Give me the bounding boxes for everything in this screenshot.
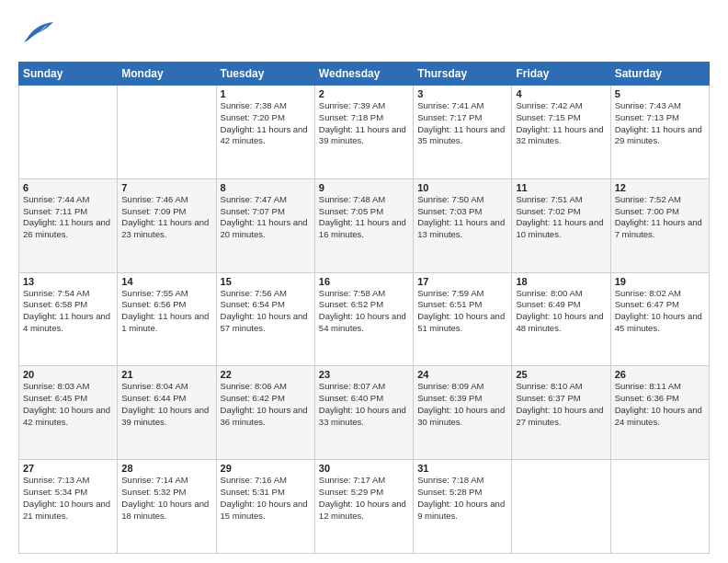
cell-content: Sunrise: 8:09 AMSunset: 6:39 PMDaylight:… (417, 381, 507, 428)
daylight-text: Daylight: 11 hours and 16 minutes. (319, 217, 406, 239)
calendar-cell: 24Sunrise: 8:09 AMSunset: 6:39 PMDayligh… (414, 366, 512, 460)
sunset-text: Sunset: 7:17 PM (417, 112, 482, 122)
sunrise-text: Sunrise: 8:07 AM (319, 381, 385, 391)
day-number: 8 (221, 182, 311, 193)
cell-content: Sunrise: 7:18 AMSunset: 5:28 PMDaylight:… (417, 475, 507, 522)
day-number: 29 (221, 463, 311, 474)
sunrise-text: Sunrise: 8:00 AM (516, 288, 582, 298)
day-number: 2 (319, 88, 409, 99)
calendar-cell: 11Sunrise: 7:51 AMSunset: 7:02 PMDayligh… (512, 178, 610, 272)
sunset-text: Sunset: 7:18 PM (319, 112, 383, 122)
daylight-text: Daylight: 10 hours and 48 minutes. (516, 311, 603, 333)
sunset-text: Sunset: 7:20 PM (221, 112, 285, 122)
sunset-text: Sunset: 7:09 PM (121, 206, 186, 216)
daylight-text: Daylight: 10 hours and 12 minutes. (319, 499, 406, 521)
daylight-text: Daylight: 11 hours and 13 minutes. (417, 217, 505, 239)
sunset-text: Sunset: 6:51 PM (417, 299, 482, 309)
daylight-text: Daylight: 10 hours and 27 minutes. (516, 405, 603, 427)
sunrise-text: Sunrise: 7:54 AM (23, 288, 89, 298)
sunrise-text: Sunrise: 7:59 AM (417, 288, 483, 298)
calendar-week-1: 1Sunrise: 7:38 AMSunset: 7:20 PMDaylight… (19, 86, 710, 179)
daylight-text: Daylight: 10 hours and 33 minutes. (319, 405, 406, 427)
day-number: 15 (221, 276, 311, 287)
daylight-text: Daylight: 10 hours and 9 minutes. (417, 499, 505, 521)
sunrise-text: Sunrise: 7:52 AM (615, 194, 681, 204)
calendar-cell: 16Sunrise: 7:58 AMSunset: 6:52 PMDayligh… (314, 272, 413, 366)
day-number: 14 (121, 276, 211, 287)
daylight-text: Daylight: 10 hours and 39 minutes. (121, 405, 209, 427)
sunrise-text: Sunrise: 7:39 AM (319, 100, 385, 110)
sunrise-text: Sunrise: 8:11 AM (615, 381, 681, 391)
daylight-text: Daylight: 10 hours and 42 minutes. (23, 405, 110, 427)
sunset-text: Sunset: 6:44 PM (121, 393, 186, 403)
day-header-monday: Monday (118, 63, 216, 86)
cell-content: Sunrise: 8:04 AMSunset: 6:44 PMDaylight:… (121, 381, 211, 428)
calendar-cell (19, 86, 118, 179)
cell-content: Sunrise: 8:02 AMSunset: 6:47 PMDaylight:… (615, 288, 705, 335)
cell-content: Sunrise: 7:43 AMSunset: 7:13 PMDaylight:… (615, 100, 705, 147)
day-header-wednesday: Wednesday (314, 63, 413, 86)
calendar-week-4: 20Sunrise: 8:03 AMSunset: 6:45 PMDayligh… (19, 366, 710, 460)
sunset-text: Sunset: 6:42 PM (221, 393, 285, 403)
day-number: 26 (615, 369, 705, 380)
day-number: 23 (319, 369, 409, 380)
day-number: 17 (417, 276, 507, 287)
calendar-week-3: 13Sunrise: 7:54 AMSunset: 6:58 PMDayligh… (19, 272, 710, 366)
day-header-friday: Friday (512, 63, 610, 86)
sunset-text: Sunset: 6:36 PM (615, 393, 679, 403)
sunset-text: Sunset: 6:58 PM (23, 299, 87, 309)
sunrise-text: Sunrise: 8:03 AM (23, 381, 89, 391)
logo (18, 15, 59, 52)
sunset-text: Sunset: 6:56 PM (121, 299, 186, 309)
daylight-text: Daylight: 10 hours and 24 minutes. (615, 405, 702, 427)
sunset-text: Sunset: 7:05 PM (319, 206, 383, 216)
sunrise-text: Sunrise: 7:55 AM (121, 288, 188, 298)
sunrise-text: Sunrise: 8:09 AM (417, 381, 483, 391)
day-number: 27 (23, 463, 113, 474)
day-number: 18 (516, 276, 606, 287)
day-number: 10 (417, 182, 507, 193)
cell-content: Sunrise: 7:48 AMSunset: 7:05 PMDaylight:… (319, 194, 409, 241)
cell-content: Sunrise: 7:52 AMSunset: 7:00 PMDaylight:… (615, 194, 705, 241)
sunrise-text: Sunrise: 7:50 AM (417, 194, 483, 204)
sunrise-text: Sunrise: 7:47 AM (221, 194, 287, 204)
cell-content: Sunrise: 7:56 AMSunset: 6:54 PMDaylight:… (221, 288, 311, 335)
day-number: 20 (23, 369, 113, 380)
day-number: 16 (319, 276, 409, 287)
calendar-cell (512, 460, 610, 554)
sunset-text: Sunset: 6:40 PM (319, 393, 383, 403)
daylight-text: Daylight: 11 hours and 20 minutes. (221, 217, 308, 239)
cell-content: Sunrise: 8:03 AMSunset: 6:45 PMDaylight:… (23, 381, 113, 428)
cell-content: Sunrise: 7:55 AMSunset: 6:56 PMDaylight:… (121, 288, 211, 335)
cell-content: Sunrise: 8:11 AMSunset: 6:36 PMDaylight:… (615, 381, 705, 428)
daylight-text: Daylight: 10 hours and 54 minutes. (319, 311, 406, 333)
daylight-text: Daylight: 11 hours and 1 minute. (121, 311, 209, 333)
day-number: 25 (516, 369, 606, 380)
sunrise-text: Sunrise: 7:38 AM (221, 100, 287, 110)
header (18, 15, 710, 52)
day-header-sunday: Sunday (19, 63, 118, 86)
calendar-cell: 5Sunrise: 7:43 AMSunset: 7:13 PMDaylight… (610, 86, 709, 179)
day-number: 9 (319, 182, 409, 193)
day-header-thursday: Thursday (414, 63, 512, 86)
daylight-text: Daylight: 11 hours and 7 minutes. (615, 217, 702, 239)
cell-content: Sunrise: 8:07 AMSunset: 6:40 PMDaylight:… (319, 381, 409, 428)
daylight-text: Daylight: 11 hours and 26 minutes. (23, 217, 110, 239)
sunset-text: Sunset: 7:03 PM (417, 206, 482, 216)
sunrise-text: Sunrise: 8:02 AM (615, 288, 681, 298)
cell-content: Sunrise: 7:47 AMSunset: 7:07 PMDaylight:… (221, 194, 311, 241)
daylight-text: Daylight: 11 hours and 23 minutes. (121, 217, 209, 239)
calendar-cell: 8Sunrise: 7:47 AMSunset: 7:07 PMDaylight… (216, 178, 314, 272)
calendar-cell: 17Sunrise: 7:59 AMSunset: 6:51 PMDayligh… (414, 272, 512, 366)
day-number: 7 (121, 182, 211, 193)
calendar-cell: 4Sunrise: 7:42 AMSunset: 7:15 PMDaylight… (512, 86, 610, 179)
day-number: 4 (516, 88, 606, 99)
calendar-cell (610, 460, 709, 554)
calendar-cell: 26Sunrise: 8:11 AMSunset: 6:36 PMDayligh… (610, 366, 709, 460)
daylight-text: Daylight: 10 hours and 51 minutes. (417, 311, 505, 333)
page: SundayMondayTuesdayWednesdayThursdayFrid… (0, 0, 728, 563)
day-number: 31 (417, 463, 507, 474)
sunset-text: Sunset: 5:32 PM (121, 487, 186, 497)
calendar-cell: 22Sunrise: 8:06 AMSunset: 6:42 PMDayligh… (216, 366, 314, 460)
cell-content: Sunrise: 7:38 AMSunset: 7:20 PMDaylight:… (221, 100, 311, 147)
